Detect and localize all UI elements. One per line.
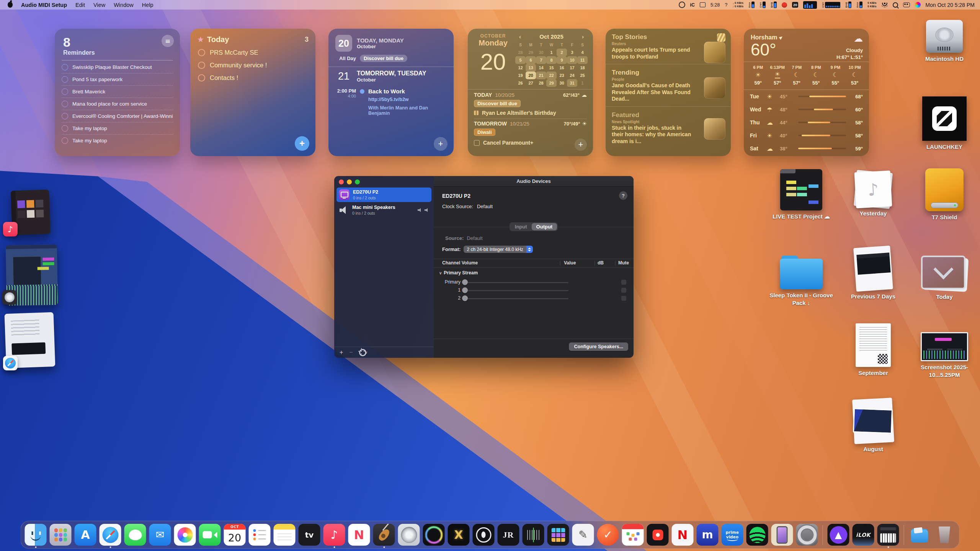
dock-endel-icon[interactable] <box>423 524 445 546</box>
dock-garageband-icon[interactable] <box>373 524 395 546</box>
mem-gauge[interactable]: MEM <box>771 2 777 8</box>
prev-month-button[interactable]: ‹ <box>518 33 523 40</box>
reminders-list-icon[interactable]: ≡ <box>162 35 174 47</box>
audio-meter-status[interactable] <box>803 1 817 9</box>
cpu-graph-status[interactable]: CPU <box>822 2 840 8</box>
desktop-icon-yesterday[interactable]: Yesterday <box>841 171 905 217</box>
reminder-item[interactable]: Mana food place for com service <box>62 98 173 110</box>
reminder-checkbox[interactable] <box>62 113 68 119</box>
dock-launchpad-icon[interactable] <box>50 524 72 546</box>
audio-midi-setup-window[interactable]: ED270U P2 0 ins / 2 outs Mac mini Speake… <box>334 176 634 358</box>
help-status[interactable]: ? <box>725 2 727 8</box>
ssd-mini-gauge[interactable]: SSD <box>856 2 862 8</box>
today-item[interactable]: Contacts ! <box>190 72 315 84</box>
ssd-gauge[interactable]: SSD <box>748 2 755 8</box>
desktop-icon-sleep-token[interactable]: Sleep Token II - Groove Pack ↓ <box>769 256 833 306</box>
dock-netflix-icon[interactable]: N <box>672 524 694 546</box>
minimize-button[interactable] <box>347 179 352 184</box>
desktop-icon-live-test-project[interactable]: LIVE TEST Project ☁ <box>769 169 833 220</box>
news-item[interactable]: Top Stories Reuters Appeals court lets T… <box>606 29 731 64</box>
news-headline[interactable]: Jane Goodall's Cause of Death Revealed A… <box>612 82 694 103</box>
dock-audio-midi-setup-icon[interactable] <box>877 524 899 546</box>
dock-notes-icon[interactable] <box>274 524 296 546</box>
calendar-widget[interactable]: OCTOBER Monday 20 ‹ Oct 2025 › SMTWTFS 2… <box>468 29 593 156</box>
close-button[interactable] <box>339 179 344 184</box>
reminder-item[interactable]: Evercool® Cooling Comforter | Award-Winn… <box>62 110 173 122</box>
add-device-button[interactable]: + <box>340 349 343 356</box>
dock-downloads-icon[interactable] <box>909 524 931 546</box>
desktop-icon-launchkey[interactable]: LAUNCHKEY <box>912 96 977 151</box>
format-stepper[interactable] <box>526 246 533 253</box>
news-item[interactable]: Trending People Jane Goodall's Cause of … <box>606 64 731 107</box>
dock-spotify-icon[interactable] <box>746 524 768 546</box>
dock-jr-app-icon[interactable]: JR <box>498 524 519 546</box>
dock-news-icon[interactable]: N <box>348 524 370 546</box>
reminder-item[interactable]: Take my laptop <box>62 122 173 135</box>
dock-safari-icon[interactable] <box>100 524 121 546</box>
spotlight-search-icon[interactable] <box>893 2 898 8</box>
traffic-lights[interactable] <box>339 179 360 184</box>
mute-checkbox[interactable] <box>621 288 626 293</box>
menu-edit[interactable]: Edit <box>75 2 85 8</box>
task-row[interactable]: Cancel Paramount+ <box>474 137 587 146</box>
mini-month-grid[interactable]: SMTWTFS 2829301234 567891011 12131415161… <box>515 41 588 87</box>
istat-menu-item[interactable]: iC <box>690 2 695 8</box>
weather-widget[interactable]: Horsham 60° ☁ CloudyH:67° L:51° 6 PM☀59°… <box>744 29 869 156</box>
dock-pads-app-icon[interactable] <box>547 524 569 546</box>
today-item[interactable]: Community service ! <box>190 59 315 72</box>
help-button[interactable]: ? <box>619 191 627 200</box>
volume-slider-knob[interactable] <box>462 279 468 285</box>
cpu-gauge[interactable]: CPU <box>760 2 766 8</box>
dock-x-app-icon[interactable]: X <box>448 524 470 546</box>
dock-reminders-icon[interactable] <box>249 524 271 546</box>
birthday-row[interactable]: Ryan Lee Altmiller's Birthday <box>474 109 587 119</box>
safari-app-icon[interactable] <box>3 356 18 370</box>
task-checkbox[interactable] <box>474 140 480 146</box>
io-tabs[interactable]: Input Output <box>510 222 558 231</box>
volume-slider-knob[interactable] <box>462 295 468 301</box>
event-pill[interactable]: Discover bill due <box>360 55 407 62</box>
format-dropdown[interactable]: 2 ch 24-bit Integer 48.0 kHz <box>464 246 526 253</box>
dock-monarch-icon[interactable]: m <box>697 524 719 546</box>
dock-iphone-mirroring-icon[interactable] <box>771 524 793 546</box>
volume-slider-track[interactable] <box>464 298 568 299</box>
today-item[interactable]: PRS McCarty SE <box>190 46 315 59</box>
next-month-button[interactable]: › <box>580 33 585 40</box>
tab-output[interactable]: Output <box>532 223 557 230</box>
network-throughput-2[interactable]: 0 KB/s0 KB/s <box>867 2 876 8</box>
desktop-icon-t7-shield[interactable]: T7 Shield <box>912 168 977 221</box>
reminder-checkbox[interactable] <box>62 76 68 83</box>
siri-icon[interactable] <box>915 2 921 8</box>
wifi-icon[interactable] <box>882 3 888 7</box>
device-row-mac-mini-speakers[interactable]: Mac mini Speakers 0 ins / 2 outs <box>336 203 431 217</box>
news-headline[interactable]: Stuck in their jobs, stuck in their home… <box>612 125 694 145</box>
reminder-checkbox[interactable] <box>62 137 68 144</box>
dock-trash-icon[interactable] <box>934 524 956 546</box>
dock-record-app-icon[interactable] <box>647 524 669 546</box>
news-headline[interactable]: Appeals court lets Trump send troops to … <box>612 47 694 60</box>
remove-device-button[interactable]: − <box>349 349 353 356</box>
desktop-icon-previous-7-days[interactable]: Previous 7 Days <box>841 247 905 300</box>
today-list-widget[interactable]: ★ Today 3 PRS McCarty SE Community servi… <box>190 29 315 156</box>
network-throughput[interactable]: ↑↓ 0 KB/s0 KB/s <box>732 2 743 8</box>
reminder-checkbox[interactable] <box>62 88 68 95</box>
dock-music-icon[interactable]: ♪ <box>323 524 345 546</box>
volume-slider-track[interactable] <box>464 290 568 291</box>
red-status-icon[interactable] <box>782 2 787 8</box>
news-widget[interactable]: Top Stories Reuters Appeals court lets T… <box>606 29 731 156</box>
mute-checkbox[interactable] <box>621 280 626 285</box>
dock-omnifocus-icon[interactable]: ✓ <box>597 524 619 546</box>
up-next-widget[interactable]: 20 TODAY, MONDAY October All Day Discove… <box>328 29 454 156</box>
device-row-ed270u[interactable]: ED270U P2 0 ins / 2 outs <box>336 187 431 202</box>
dock-app-store-icon[interactable]: A <box>75 524 96 546</box>
dock-messages-icon[interactable] <box>124 524 146 546</box>
event-title[interactable]: Back to Work <box>368 88 447 95</box>
primary-stream-disclosure[interactable]: ∨Primary Stream <box>439 270 478 276</box>
reminder-item[interactable]: Brett Maverick <box>62 86 173 98</box>
reminder-checkbox[interactable] <box>62 125 68 132</box>
control-center-icon[interactable] <box>903 2 910 7</box>
reminder-item[interactable]: Swissklip Plaque Blaster Checkout <box>62 61 173 73</box>
dock-prime-video-icon[interactable]: prime video <box>722 524 743 546</box>
timer-status[interactable]: 5:28 <box>710 2 720 8</box>
reminder-item[interactable]: Pond 5 tax paperwork <box>62 73 173 86</box>
